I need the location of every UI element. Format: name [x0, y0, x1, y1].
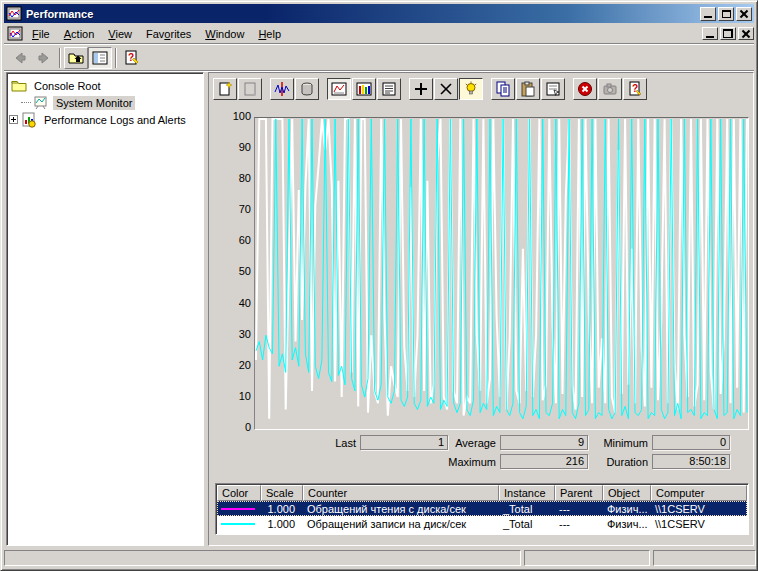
tree-item-console-root[interactable]: Console Root: [9, 77, 201, 94]
system-monitor-pane: ? 1009080706050403020100 Last 1 Average …: [208, 72, 754, 546]
counter-color-swatch: [217, 508, 261, 510]
highlight-button[interactable]: [459, 78, 483, 100]
clear-display-button[interactable]: [238, 78, 262, 100]
back-button[interactable]: [8, 47, 32, 69]
view-log-file-data-button[interactable]: [295, 78, 319, 100]
paste-counter-list-button[interactable]: [516, 78, 540, 100]
toolbar-separator: [59, 48, 61, 68]
lightbulb-icon: [463, 81, 479, 97]
legend-header-row: Color Scale Counter Instance Parent Obje…: [217, 485, 747, 501]
y-tick-label: 100: [215, 111, 251, 122]
title-bar[interactable]: Performance: [4, 4, 754, 23]
tree-item-system-monitor[interactable]: System Monitor: [9, 94, 201, 111]
show-hide-console-tree-icon: [92, 50, 108, 66]
header-color[interactable]: Color: [217, 485, 261, 501]
counter-scale: 1.000: [261, 503, 303, 515]
counter-computer: \\1CSERV: [651, 518, 747, 530]
minimum-value: 0: [652, 435, 730, 450]
view-report-icon: [381, 81, 397, 97]
header-scale[interactable]: Scale: [261, 485, 303, 501]
console-window-icon[interactable]: [7, 26, 23, 42]
status-section-main: [4, 550, 521, 566]
minimum-label: Minimum: [578, 436, 648, 450]
menu-file[interactable]: File: [25, 25, 57, 43]
y-axis-labels: 1009080706050403020100: [215, 111, 251, 433]
header-parent[interactable]: Parent: [555, 485, 603, 501]
y-tick-label: 60: [215, 235, 251, 246]
perfmon-app-icon: [6, 6, 22, 22]
header-instance[interactable]: Instance: [499, 485, 555, 501]
status-section-3: [653, 550, 756, 566]
view-histogram-button[interactable]: [352, 78, 376, 100]
menu-window[interactable]: Window: [198, 25, 251, 43]
legend-row-read-counter[interactable]: 1.000 Обращений чтения с диска/сек _Tota…: [217, 501, 747, 516]
header-counter[interactable]: Counter: [303, 485, 499, 501]
view-report-button[interactable]: [377, 78, 401, 100]
maximize-button[interactable]: [718, 7, 734, 21]
duration-value: 8:50:18: [652, 454, 730, 469]
forward-icon: [36, 50, 52, 66]
counter-instance: _Total: [499, 518, 555, 530]
y-tick-label: 0: [215, 422, 251, 433]
new-counter-set-icon: [217, 81, 233, 97]
counter-instance: _Total: [499, 503, 555, 515]
header-object[interactable]: Object: [603, 485, 651, 501]
view-graph-button[interactable]: [327, 78, 351, 100]
up-one-level-button[interactable]: [64, 47, 88, 69]
copy-properties-button[interactable]: [491, 78, 515, 100]
counter-parent: ---: [555, 518, 603, 530]
delete-counter-button[interactable]: [434, 78, 458, 100]
child-restore-button[interactable]: [720, 27, 736, 40]
properties-button[interactable]: [541, 78, 565, 100]
up-folder-icon: [68, 50, 84, 66]
tree-item-label: Console Root: [31, 79, 104, 93]
counter-parent: ---: [555, 503, 603, 515]
add-icon: [413, 81, 429, 97]
counter-object: Физич...: [603, 518, 651, 530]
add-counters-button[interactable]: [409, 78, 433, 100]
header-computer[interactable]: Computer: [651, 485, 747, 501]
update-data-button[interactable]: [598, 78, 622, 100]
expand-plus-icon[interactable]: [9, 115, 18, 124]
y-tick-label: 90: [215, 142, 251, 153]
y-tick-label: 80: [215, 173, 251, 184]
child-minimize-button[interactable]: [702, 27, 718, 40]
counter-object: Физич...: [603, 503, 651, 515]
view-graph-icon: [331, 81, 347, 97]
legend-row-write-counter[interactable]: 1.000 Обращений записи на диск/сек _Tota…: [217, 516, 747, 531]
menu-help[interactable]: Help: [251, 25, 288, 43]
sysmon-toolbar: ?: [213, 77, 648, 101]
menu-favorites[interactable]: Favorites: [139, 25, 198, 43]
freeze-display-icon: [577, 81, 593, 97]
freeze-display-button[interactable]: [573, 78, 597, 100]
y-tick-label: 70: [215, 204, 251, 215]
counter-computer: \\1CSERV: [651, 503, 747, 515]
folder-icon: [11, 78, 27, 94]
clear-display-icon: [242, 81, 258, 97]
toolbar-separator: [115, 48, 117, 68]
child-close-button[interactable]: [738, 27, 754, 40]
camera-icon: [602, 81, 618, 97]
chart-plot-area: [254, 117, 749, 430]
close-button[interactable]: [736, 7, 752, 21]
counter-name: Обращений записи на диск/сек: [303, 518, 499, 530]
properties-icon: [545, 81, 561, 97]
last-label: Last: [286, 436, 356, 450]
view-current-activity-button[interactable]: [270, 78, 294, 100]
sysmon-help-button[interactable]: ?: [623, 78, 647, 100]
view-current-activity-icon: [274, 81, 290, 97]
y-tick-label: 40: [215, 298, 251, 309]
new-counter-set-button[interactable]: [213, 78, 237, 100]
y-tick-label: 10: [215, 391, 251, 402]
console-help-button[interactable]: ?: [120, 47, 144, 69]
copy-icon: [495, 81, 511, 97]
y-tick-label: 50: [215, 266, 251, 277]
maximum-label: Maximum: [426, 455, 496, 469]
tree-item-performance-logs[interactable]: Performance Logs and Alerts: [9, 111, 201, 128]
minimize-button[interactable]: [700, 7, 716, 21]
menu-action[interactable]: Action: [57, 25, 102, 43]
show-hide-console-tree-button[interactable]: [88, 47, 112, 69]
view-log-file-data-icon: [299, 81, 315, 97]
forward-button[interactable]: [32, 47, 56, 69]
menu-view[interactable]: View: [101, 25, 139, 43]
